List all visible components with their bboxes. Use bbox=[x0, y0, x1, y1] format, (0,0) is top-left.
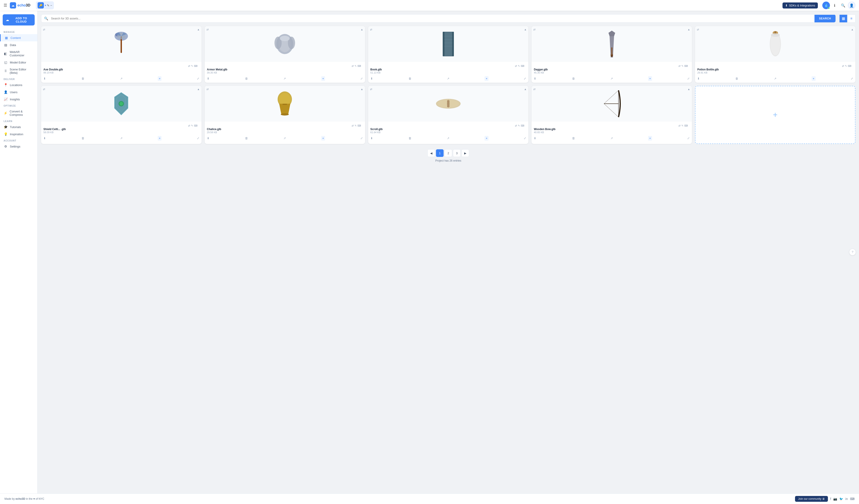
asset-add-icon-2[interactable]: + bbox=[321, 76, 325, 81]
search-input[interactable] bbox=[51, 15, 814, 22]
toolbar-edit-button[interactable]: ✎ bbox=[47, 4, 49, 7]
sidebar-item-content[interactable]: ▦ Content bbox=[0, 34, 37, 41]
asset-expand-icon-2[interactable]: ▲ bbox=[361, 28, 363, 31]
sdks-button[interactable]: ⬇ SDKs & Integrations bbox=[783, 2, 818, 9]
asset-download-icon-9[interactable]: ⬇ bbox=[533, 136, 537, 140]
asset-add-icon-7[interactable]: + bbox=[321, 136, 325, 141]
asset-delete-icon-6[interactable]: 🗑 bbox=[81, 136, 85, 140]
asset-link-icon-5[interactable]: ⇄ bbox=[842, 65, 844, 67]
asset-delete-icon-5[interactable]: 🗑 bbox=[735, 76, 739, 81]
asset-edit-icon-1[interactable]: ✎ bbox=[191, 65, 193, 67]
sidebar-item-users[interactable]: 👤 Users bbox=[0, 89, 37, 96]
asset-share-icon-7[interactable]: ↗ bbox=[283, 136, 286, 140]
toolbar-key-button[interactable]: 🔑 bbox=[37, 2, 44, 9]
asset-link-icon-2[interactable]: ⇄ bbox=[352, 65, 354, 67]
next-page-button[interactable]: ▶ bbox=[462, 149, 469, 157]
asset-expand-icon-5[interactable]: ▲ bbox=[851, 28, 854, 31]
twitter-icon[interactable]: 🐦 bbox=[839, 497, 843, 501]
asset-share-icon-5[interactable]: ↗ bbox=[773, 76, 777, 81]
asset-share-icon-6[interactable]: ↗ bbox=[120, 136, 123, 140]
asset-delete-icon-1[interactable]: 🗑 bbox=[81, 76, 85, 81]
sidebar-item-tutorials[interactable]: 🎓 Tutorials bbox=[0, 123, 37, 130]
asset-download-icon-1[interactable]: ⬇ bbox=[43, 76, 46, 81]
asset-edit-icon-7[interactable]: ✎ bbox=[355, 124, 357, 127]
asset-expand-icon-6[interactable]: ▲ bbox=[197, 88, 200, 91]
grid-view-button[interactable]: ▦ bbox=[839, 15, 847, 22]
sidebar-item-model-editor[interactable]: ◱ Model Editor bbox=[0, 59, 37, 66]
asset-share-icon-1[interactable]: ↗ bbox=[120, 76, 123, 81]
asset-download-icon-3[interactable]: ⬇ bbox=[370, 76, 373, 81]
asset-code-icon-4[interactable]: ⌨ bbox=[684, 65, 688, 67]
toolbar-chevron-button[interactable]: ▾ bbox=[45, 4, 46, 7]
asset-add-icon-6[interactable]: + bbox=[158, 136, 162, 141]
search-button[interactable]: SEARCH bbox=[814, 15, 835, 22]
linkedin-icon[interactable]: in bbox=[845, 497, 848, 501]
asset-expand-full-icon-5[interactable]: ⤢ bbox=[850, 76, 854, 81]
asset-edit-icon-2[interactable]: ✎ bbox=[355, 65, 357, 67]
asset-edit-icon-3[interactable]: ✎ bbox=[518, 65, 520, 67]
asset-expand-full-icon-2[interactable]: ⤢ bbox=[360, 76, 363, 81]
user-droplet-button[interactable]: 💧 bbox=[822, 2, 830, 9]
asset-download-icon-8[interactable]: ⬇ bbox=[370, 136, 373, 140]
page-1-button[interactable]: 1 bbox=[436, 149, 443, 157]
asset-expand-full-icon-4[interactable]: ⤢ bbox=[687, 76, 690, 81]
page-2-button[interactable]: 2 bbox=[444, 149, 452, 157]
asset-add-icon-4[interactable]: + bbox=[648, 76, 652, 81]
asset-link-icon-7[interactable]: ⇄ bbox=[352, 124, 354, 127]
asset-add-icon-9[interactable]: + bbox=[648, 136, 652, 141]
asset-edit-icon-5[interactable]: ✎ bbox=[845, 65, 847, 67]
asset-add-icon-1[interactable]: + bbox=[158, 76, 162, 81]
asset-share-icon-3[interactable]: ↗ bbox=[447, 76, 450, 81]
asset-download-icon-7[interactable]: ⬇ bbox=[207, 136, 210, 140]
asset-expand-full-icon-3[interactable]: ⤢ bbox=[523, 76, 527, 81]
sidebar-item-insights[interactable]: 📈 Insights bbox=[0, 96, 37, 103]
asset-download-icon-6[interactable]: ⬇ bbox=[43, 136, 46, 140]
help-button[interactable]: ? bbox=[849, 249, 856, 255]
asset-delete-icon-4[interactable]: 🗑 bbox=[572, 76, 575, 81]
asset-edit-icon-9[interactable]: ✎ bbox=[681, 124, 683, 127]
asset-download-icon-4[interactable]: ⬇ bbox=[533, 76, 537, 81]
asset-code-icon-1[interactable]: ⌨ bbox=[194, 65, 197, 67]
facebook-icon[interactable]: f bbox=[830, 497, 831, 501]
list-view-button[interactable]: ≡ bbox=[847, 15, 856, 22]
asset-code-icon-5[interactable]: ⌨ bbox=[848, 65, 852, 67]
asset-edit-icon-6[interactable]: ✎ bbox=[191, 124, 193, 127]
asset-expand-full-icon-7[interactable]: ⤢ bbox=[360, 136, 363, 140]
toolbar-minus-button[interactable]: − bbox=[50, 4, 52, 7]
asset-add-icon-8[interactable]: + bbox=[484, 136, 488, 141]
asset-share-icon-9[interactable]: ↗ bbox=[610, 136, 613, 140]
asset-share-icon-4[interactable]: ↗ bbox=[610, 76, 613, 81]
asset-expand-full-icon-9[interactable]: ⤢ bbox=[687, 136, 690, 140]
asset-expand-full-icon-8[interactable]: ⤢ bbox=[523, 136, 527, 140]
github-icon[interactable]: ⌨ bbox=[850, 497, 855, 501]
sidebar-item-locations[interactable]: 📍 Locations bbox=[0, 81, 37, 89]
prev-page-button[interactable]: ◀ bbox=[427, 149, 435, 157]
add-to-cloud-button[interactable]: ☁ ADD TO CLOUD bbox=[3, 14, 35, 26]
asset-download-icon-2[interactable]: ⬇ bbox=[207, 76, 210, 81]
sidebar-item-webar[interactable]: ◧ WebAR Customizer bbox=[0, 48, 37, 59]
hamburger-icon[interactable]: ☰ bbox=[3, 3, 7, 8]
asset-code-icon-9[interactable]: ⌨ bbox=[684, 124, 688, 127]
asset-download-icon-5[interactable]: ⬇ bbox=[697, 76, 700, 81]
asset-link-icon-9[interactable]: ⇄ bbox=[678, 124, 680, 127]
asset-link-icon-4[interactable]: ⇄ bbox=[678, 65, 680, 67]
asset-delete-icon-9[interactable]: 🗑 bbox=[572, 136, 575, 140]
asset-delete-icon-7[interactable]: 🗑 bbox=[244, 136, 248, 140]
sidebar-item-inspiration[interactable]: 💡 Inspiration bbox=[0, 130, 37, 138]
asset-delete-icon-2[interactable]: 🗑 bbox=[244, 76, 248, 81]
asset-delete-icon-8[interactable]: 🗑 bbox=[408, 136, 412, 140]
asset-add-icon-3[interactable]: + bbox=[484, 76, 488, 81]
asset-code-icon-7[interactable]: ⌨ bbox=[358, 124, 361, 127]
add-new-asset-card[interactable]: + bbox=[695, 86, 856, 144]
avatar-button[interactable]: 👤 bbox=[848, 2, 856, 9]
asset-expand-full-icon-6[interactable]: ⤢ bbox=[196, 136, 200, 140]
asset-delete-icon-3[interactable]: 🗑 bbox=[408, 76, 412, 81]
sidebar-item-data[interactable]: ▤ Data bbox=[0, 41, 37, 48]
info-button[interactable]: ℹ bbox=[831, 2, 839, 9]
asset-code-icon-3[interactable]: ⌨ bbox=[521, 65, 524, 67]
asset-expand-icon-4[interactable]: ▲ bbox=[688, 28, 690, 31]
asset-code-icon-2[interactable]: ⌨ bbox=[358, 65, 361, 67]
asset-expand-icon-9[interactable]: ▲ bbox=[688, 88, 690, 91]
asset-link-icon-3[interactable]: ⇄ bbox=[515, 65, 517, 67]
asset-add-icon-5[interactable]: + bbox=[812, 76, 816, 81]
